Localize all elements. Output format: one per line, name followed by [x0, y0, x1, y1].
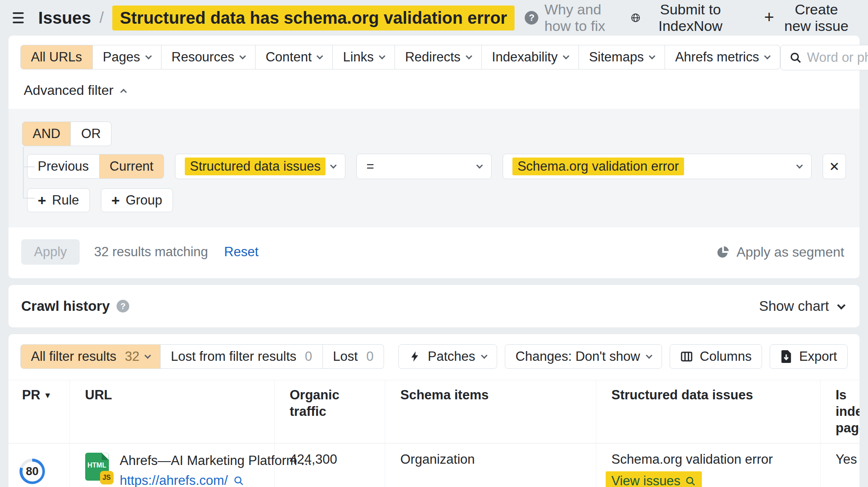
chevron-up-icon	[120, 89, 127, 95]
tab-links[interactable]: Links	[333, 45, 395, 69]
hamburger-menu-icon[interactable]	[13, 12, 24, 23]
submit-indexnow-button[interactable]: Submit to IndexNow	[628, 1, 737, 35]
tab-sitemaps[interactable]: Sitemaps	[579, 45, 665, 69]
breadcrumb-issues[interactable]: Issues	[38, 8, 91, 28]
and-button[interactable]: AND	[22, 122, 71, 146]
help-label: Why and how to fix	[544, 1, 628, 34]
tab-resources[interactable]: Resources	[161, 45, 256, 69]
breadcrumb-separator: /	[100, 9, 104, 27]
chevron-down-icon	[646, 352, 653, 359]
patches-label: Patches	[428, 349, 475, 364]
column-header-schema-items[interactable]: Schema items	[385, 380, 596, 443]
tab-ahrefs-metrics[interactable]: Ahrefs metrics	[665, 45, 780, 69]
plus-icon: +	[38, 193, 46, 208]
show-chart-label: Show chart	[759, 298, 829, 314]
view-issues-label: View issues	[612, 473, 681, 487]
changes-button[interactable]: Changes: Don't show	[505, 344, 662, 369]
tab-label: Indexability	[492, 50, 558, 65]
current-button[interactable]: Current	[100, 154, 164, 179]
apply-as-segment-button[interactable]: Apply as segment	[714, 244, 847, 260]
previous-button[interactable]: Previous	[27, 154, 100, 179]
previous-current-toggle: Previous Current	[27, 154, 164, 179]
column-header-organic-traffic[interactable]: Organic traffic	[274, 380, 385, 443]
column-header-is-index-page[interactable]: Is index page	[820, 380, 860, 443]
tab-lost[interactable]: Lost 0	[323, 344, 384, 369]
chevron-down-icon	[330, 162, 337, 169]
add-group-button[interactable]: + Group	[101, 188, 173, 212]
page-title-text: Ahrefs—AI Marketing Platform ...	[120, 453, 312, 468]
rule-field-select[interactable]: Structured data issues	[175, 154, 345, 179]
submit-indexnow-label: Submit to IndexNow	[646, 1, 734, 34]
sort-desc-icon: ▼	[44, 391, 52, 400]
create-new-issue-button[interactable]: + Create new issue	[762, 1, 855, 35]
tab-content[interactable]: Content	[256, 45, 333, 69]
columns-button[interactable]: Columns	[670, 344, 762, 369]
chevron-down-icon	[145, 352, 151, 359]
patches-button[interactable]: Patches	[398, 344, 497, 369]
url-text: https://ahrefs.com/	[120, 473, 228, 487]
or-button[interactable]: OR	[71, 122, 111, 146]
result-tab-label: Lost	[333, 349, 358, 364]
result-tab-count: 32	[125, 349, 139, 364]
tab-label: Ahrefs metrics	[675, 50, 759, 65]
chevron-down-icon	[837, 301, 846, 310]
previous-label: Previous	[38, 159, 89, 174]
tab-all-urls[interactable]: All URLs	[20, 45, 93, 69]
chevron-down-icon	[764, 53, 771, 60]
add-rule-label: Rule	[52, 193, 79, 208]
add-rule-button[interactable]: + Rule	[27, 188, 90, 212]
create-new-issue-label: Create new issue	[780, 1, 853, 34]
table-actions: Patches Changes: Don't show Columns Expo…	[398, 344, 848, 369]
tab-label: Resources	[172, 50, 234, 65]
columns-icon	[680, 350, 693, 363]
rule-value-text: Schema.org validation error	[512, 158, 684, 175]
export-label: Export	[799, 349, 837, 364]
table-header-row: PR▼ URL Organic traffic Schema items Str…	[8, 380, 860, 443]
column-header-url[interactable]: URL	[70, 380, 274, 443]
question-icon[interactable]: ?	[117, 300, 129, 313]
apply-as-segment-label: Apply as segment	[737, 244, 844, 260]
plus-icon: +	[764, 8, 774, 25]
apply-button[interactable]: Apply	[21, 239, 80, 265]
search-input[interactable]	[802, 50, 868, 65]
column-label: PR	[22, 387, 40, 402]
magnifier-icon	[233, 475, 244, 486]
reset-link[interactable]: Reset	[222, 244, 261, 260]
tab-pages[interactable]: Pages	[93, 45, 161, 69]
column-header-structured-data-issues[interactable]: Structured data issues	[596, 380, 820, 443]
result-tab-count: 0	[305, 349, 312, 364]
magnifier-icon	[685, 476, 696, 487]
and-label: AND	[33, 126, 60, 141]
why-how-to-fix-link[interactable]: ? Why and how to fix	[525, 1, 628, 34]
apply-row: Apply 32 results matching Reset Apply as…	[8, 227, 860, 278]
column-header-pr[interactable]: PR▼	[8, 380, 70, 443]
advanced-filter-toggle[interactable]: Advanced filter	[21, 82, 128, 99]
column-label: Organic traffic	[290, 387, 339, 419]
export-button[interactable]: Export	[770, 344, 848, 369]
rule-connector	[23, 198, 35, 199]
tab-indexability[interactable]: Indexability	[482, 45, 579, 69]
tab-all-filter-results[interactable]: All filter results 32	[20, 344, 161, 369]
schema-items-value: Organization	[385, 443, 596, 487]
tab-lost-from-filter-results[interactable]: Lost from filter results 0	[161, 344, 323, 369]
pie-chart-icon	[716, 245, 730, 259]
chevron-down-icon	[239, 53, 246, 60]
page-url-link[interactable]: https://ahrefs.com/	[120, 473, 312, 487]
page-rating-ring: 80	[19, 459, 45, 484]
tab-label: Links	[343, 50, 373, 65]
show-chart-button[interactable]: Show chart	[757, 298, 847, 315]
rule-comparator-select[interactable]: =	[356, 154, 491, 179]
remove-rule-button[interactable]: ✕	[823, 154, 846, 179]
html-file-icon: HTMLJS	[85, 453, 109, 481]
or-label: OR	[81, 126, 101, 141]
view-issues-link[interactable]: View issues	[606, 471, 702, 487]
table-controls: All filter results 32 Lost from filter r…	[8, 344, 860, 369]
column-label: Structured data issues	[612, 387, 753, 402]
tab-label: All URLs	[31, 50, 82, 65]
tab-redirects[interactable]: Redirects	[395, 45, 482, 69]
rule-value-select[interactable]: Schema.org validation error	[503, 154, 812, 179]
chevron-down-icon	[145, 53, 152, 60]
close-icon: ✕	[829, 159, 840, 174]
rule-field-value: Structured data issues	[185, 158, 326, 175]
crawl-history-title: Crawl history	[21, 298, 110, 314]
